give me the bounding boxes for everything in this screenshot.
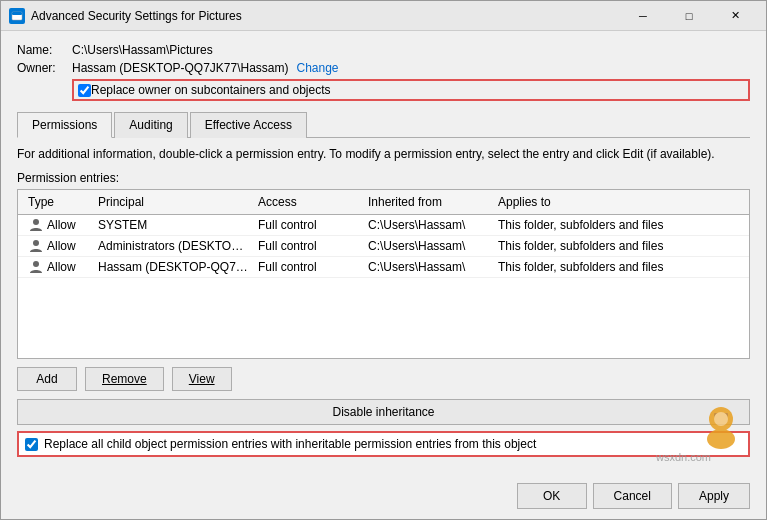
replace-owner-label: Replace owner on subcontainers and objec… <box>91 83 330 97</box>
user-icon-2 <box>28 239 44 253</box>
table-row[interactable]: Allow Administrators (DESKTOP-QQ... Full… <box>18 236 749 257</box>
action-buttons: Add Remove View <box>17 367 750 391</box>
cell-inherited-2: C:\Users\Hassam\ <box>364 237 494 255</box>
replace-child-label: Replace all child object permission entr… <box>44 437 536 451</box>
svg-point-2 <box>33 219 39 225</box>
owner-value: Hassam (DESKTOP-QQ7JK77\Hassam) <box>72 61 289 75</box>
header-type: Type <box>24 193 94 211</box>
header-inherited: Inherited from <box>364 193 494 211</box>
svg-rect-1 <box>12 12 22 15</box>
tabs-container: Permissions Auditing Effective Access <box>17 111 750 138</box>
cell-inherited-1: C:\Users\Hassam\ <box>364 216 494 234</box>
window-title: Advanced Security Settings for Pictures <box>31 9 620 23</box>
table-header: Type Principal Access Inherited from App… <box>18 190 749 215</box>
user-icon-1 <box>28 218 44 232</box>
remove-button[interactable]: Remove <box>85 367 164 391</box>
add-button[interactable]: Add <box>17 367 77 391</box>
window-icon <box>9 8 25 24</box>
cell-applies-1: This folder, subfolders and files <box>494 216 743 234</box>
cell-access-2: Full control <box>254 237 364 255</box>
section-label: Permission entries: <box>17 171 750 185</box>
footer: OK Cancel Apply <box>1 477 766 519</box>
tab-effective-access[interactable]: Effective Access <box>190 112 307 138</box>
name-row: Name: C:\Users\Hassam\Pictures <box>17 43 750 57</box>
cell-inherited-3: C:\Users\Hassam\ <box>364 258 494 276</box>
header-applies: Applies to <box>494 193 743 211</box>
header-principal: Principal <box>94 193 254 211</box>
cell-principal-3: Hassam (DESKTOP-QQ7JK77\... <box>94 258 254 276</box>
ok-button[interactable]: OK <box>517 483 587 509</box>
cell-access-3: Full control <box>254 258 364 276</box>
main-content: Name: C:\Users\Hassam\Pictures Owner: Ha… <box>1 31 766 477</box>
close-button[interactable]: ✕ <box>712 1 758 31</box>
owner-row: Owner: Hassam (DESKTOP-QQ7JK77\Hassam) C… <box>17 61 750 75</box>
cell-principal-2: Administrators (DESKTOP-QQ... <box>94 237 254 255</box>
description: For additional information, double-click… <box>17 146 750 163</box>
tab-permissions[interactable]: Permissions <box>17 112 112 138</box>
cell-type-3: Allow <box>24 258 94 276</box>
name-value: C:\Users\Hassam\Pictures <box>72 43 213 57</box>
table-row[interactable]: Allow Hassam (DESKTOP-QQ7JK77\... Full c… <box>18 257 749 278</box>
svg-point-3 <box>33 240 39 246</box>
tab-auditing[interactable]: Auditing <box>114 112 187 138</box>
cell-applies-2: This folder, subfolders and files <box>494 237 743 255</box>
apply-button[interactable]: Apply <box>678 483 750 509</box>
owner-label: Owner: <box>17 61 72 75</box>
replace-owner-row: Replace owner on subcontainers and objec… <box>72 79 750 101</box>
cell-type-2: Allow <box>24 237 94 255</box>
maximize-button[interactable]: □ <box>666 1 712 31</box>
main-window: Advanced Security Settings for Pictures … <box>0 0 767 520</box>
view-button[interactable]: View <box>172 367 232 391</box>
replace-child-checkbox[interactable] <box>25 438 38 451</box>
window-controls: ─ □ ✕ <box>620 1 758 31</box>
minimize-button[interactable]: ─ <box>620 1 666 31</box>
permissions-table[interactable]: Type Principal Access Inherited from App… <box>17 189 750 359</box>
replace-child-row: Replace all child object permission entr… <box>17 431 750 457</box>
disable-inheritance-button[interactable]: Disable inheritance <box>17 399 750 425</box>
user-icon-3 <box>28 260 44 274</box>
title-bar: Advanced Security Settings for Pictures … <box>1 1 766 31</box>
cancel-button[interactable]: Cancel <box>593 483 672 509</box>
change-owner-link[interactable]: Change <box>297 61 339 75</box>
cell-principal-1: SYSTEM <box>94 216 254 234</box>
table-row[interactable]: Allow SYSTEM Full control C:\Users\Hassa… <box>18 215 749 236</box>
header-access: Access <box>254 193 364 211</box>
cell-applies-3: This folder, subfolders and files <box>494 258 743 276</box>
name-label: Name: <box>17 43 72 57</box>
cell-access-1: Full control <box>254 216 364 234</box>
svg-point-4 <box>33 261 39 267</box>
cell-type-1: Allow <box>24 216 94 234</box>
replace-owner-checkbox[interactable] <box>78 84 91 97</box>
